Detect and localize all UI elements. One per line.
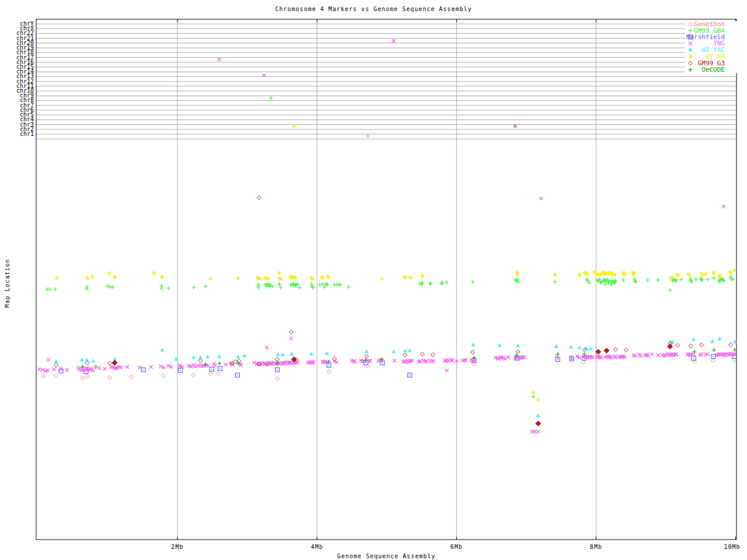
marker (711, 359, 715, 363)
marker (581, 360, 585, 365)
marker (712, 348, 716, 352)
marker-dot (277, 369, 278, 370)
marker (699, 343, 703, 347)
asterisk-icon (729, 54, 738, 60)
marker (610, 356, 613, 359)
marker (149, 365, 153, 369)
triangle-icon (729, 47, 738, 53)
marker (645, 278, 650, 282)
marker (52, 368, 55, 371)
plus-icon (729, 66, 738, 73)
marker (445, 281, 449, 285)
marker (556, 352, 560, 356)
marker (699, 278, 703, 282)
marker (403, 354, 407, 358)
marker (281, 352, 285, 356)
square-open-icon (729, 34, 738, 40)
chromosome-label: chr1 (4, 132, 34, 136)
marker (289, 337, 293, 340)
marker (365, 355, 369, 359)
marker (108, 362, 112, 366)
marker (110, 285, 114, 289)
marker (445, 369, 449, 372)
marker (622, 278, 626, 282)
marker (236, 355, 240, 359)
marker (217, 362, 221, 366)
marker (688, 68, 692, 72)
marker (108, 376, 112, 380)
marker (688, 22, 692, 26)
marker (554, 344, 558, 348)
marker (85, 374, 89, 379)
marker (275, 377, 280, 381)
marker (569, 345, 573, 349)
marker (604, 348, 609, 354)
series-wi-rh (55, 124, 736, 402)
marker (577, 345, 581, 349)
marker (269, 96, 273, 100)
marker (689, 42, 692, 46)
marker (217, 354, 221, 358)
marker (507, 355, 510, 359)
marker (239, 363, 243, 367)
marker-dot (693, 358, 694, 359)
marker (470, 280, 474, 284)
marker (224, 363, 228, 366)
marker (191, 286, 196, 290)
marker (320, 282, 324, 286)
marker (688, 61, 692, 65)
marker (80, 358, 84, 362)
marker (112, 360, 117, 366)
legend: GenethonGM99 GB4MarshfieldTNGWI YACWI RH… (685, 21, 739, 73)
marker (159, 286, 163, 290)
marker (536, 398, 540, 402)
marker (37, 368, 41, 371)
marker (309, 282, 313, 286)
marker (704, 272, 708, 276)
marker (668, 344, 673, 349)
legend-row: DeCODE (686, 66, 738, 73)
marker (191, 373, 196, 377)
marker (688, 54, 692, 58)
marker (90, 275, 95, 279)
legend-row: GM99 G3 (686, 60, 738, 66)
series-gm99-g3-large (112, 344, 673, 426)
marker (393, 359, 396, 362)
marker-dot (713, 356, 714, 357)
marker (97, 366, 101, 370)
legend-label: DeCODE (701, 66, 725, 73)
marker (553, 280, 557, 284)
marker (125, 365, 129, 369)
marker (113, 275, 117, 279)
marker (365, 349, 369, 354)
marker (41, 374, 46, 379)
marker (203, 285, 207, 289)
marker (679, 278, 683, 282)
legend-row: WI YAC (686, 47, 738, 53)
marker (290, 352, 294, 356)
marker (160, 348, 164, 352)
marker (217, 372, 221, 376)
diamond-open-icon (729, 60, 738, 66)
marker (54, 363, 58, 368)
marker (265, 346, 268, 349)
marker (718, 337, 722, 341)
marker (54, 359, 58, 363)
marker (346, 285, 350, 289)
marker (613, 273, 617, 277)
x-tick-label: 10Mb (715, 544, 747, 550)
chart-page: Chromosome 4 Markers vs Genome Sequence … (0, 0, 747, 560)
marker (48, 288, 52, 292)
marker (536, 414, 540, 418)
marker (624, 348, 628, 352)
marker (218, 58, 221, 61)
marker (276, 352, 280, 356)
marker (103, 367, 107, 370)
marker (366, 134, 370, 138)
marker (420, 275, 424, 279)
marker (160, 275, 164, 279)
marker (429, 282, 433, 286)
marker (417, 282, 421, 286)
marker (471, 342, 475, 346)
legend-label: WI RH (706, 54, 725, 60)
